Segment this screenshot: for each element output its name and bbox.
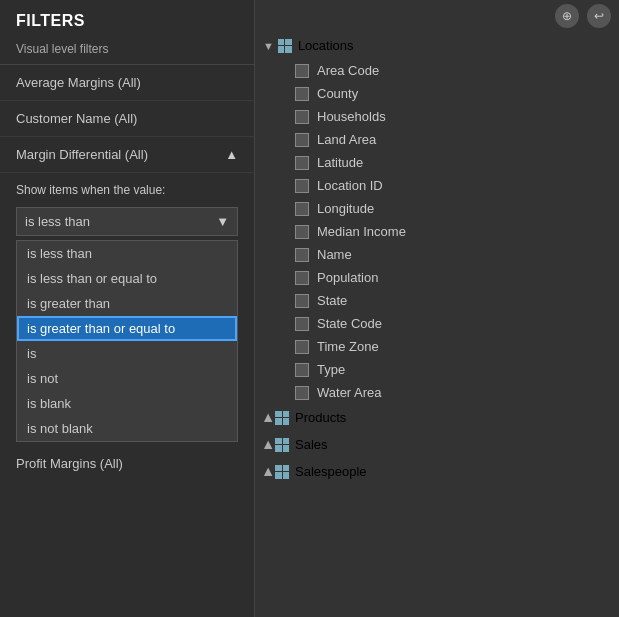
field-checkbox-land-area[interactable] <box>295 133 309 147</box>
field-checkbox-water-area[interactable] <box>295 386 309 400</box>
field-area-code[interactable]: Area Code <box>255 59 619 82</box>
products-label: Products <box>295 410 346 425</box>
field-state-code[interactable]: State Code <box>255 312 619 335</box>
filter-customer-name[interactable]: Customer Name (All) <box>0 101 254 137</box>
field-checkbox-name[interactable] <box>295 248 309 262</box>
condition-dropdown[interactable]: is less than ▼ <box>16 207 238 236</box>
back-icon[interactable]: ↩ <box>587 4 611 28</box>
field-checkbox-type[interactable] <box>295 363 309 377</box>
field-population[interactable]: Population <box>255 266 619 289</box>
products-group-header[interactable]: ▶ Products <box>255 404 619 431</box>
field-water-area[interactable]: Water Area <box>255 381 619 404</box>
field-location-id[interactable]: Location ID <box>255 174 619 197</box>
salespeople-group-header[interactable]: ▶ Salespeople <box>255 458 619 485</box>
option-is-not-blank[interactable]: is not blank <box>17 416 237 441</box>
option-is-greater-than[interactable]: is greater than <box>17 291 237 316</box>
dropdown-options-menu: is less than is less than or equal to is… <box>16 240 238 442</box>
filter-average-margins[interactable]: Average Margins (All) <box>0 65 254 101</box>
field-median-income[interactable]: Median Income <box>255 220 619 243</box>
field-county[interactable]: County <box>255 82 619 105</box>
dropdown-arrow-icon: ▼ <box>216 214 229 229</box>
salespeople-label: Salespeople <box>295 464 367 479</box>
visual-level-label: Visual level filters <box>0 38 254 65</box>
field-latitude[interactable]: Latitude <box>255 151 619 174</box>
sales-label: Sales <box>295 437 328 452</box>
locations-label: Locations <box>298 38 354 53</box>
locations-group-header[interactable]: ▼ Locations <box>255 32 619 59</box>
filters-title: FILTERS <box>0 0 254 38</box>
field-checkbox-longitude[interactable] <box>295 202 309 216</box>
expand-sales-icon: ▶ <box>261 441 274 449</box>
filter-profit-margins[interactable]: Profit Margins (All) <box>0 446 254 481</box>
sales-group-header[interactable]: ▶ Sales <box>255 431 619 458</box>
field-checkbox-median-income[interactable] <box>295 225 309 239</box>
field-checkbox-latitude[interactable] <box>295 156 309 170</box>
salespeople-table-icon <box>275 465 289 479</box>
field-name[interactable]: Name <box>255 243 619 266</box>
option-is-less-than[interactable]: is less than <box>17 241 237 266</box>
products-table-icon <box>275 411 289 425</box>
expand-products-icon: ▶ <box>261 414 274 422</box>
field-list-panel: ⊕ ↩ ▼ Locations Area Code County Househo… <box>255 0 619 617</box>
option-is-less-than-equal[interactable]: is less than or equal to <box>17 266 237 291</box>
field-type[interactable]: Type <box>255 358 619 381</box>
field-time-zone[interactable]: Time Zone <box>255 335 619 358</box>
field-longitude[interactable]: Longitude <box>255 197 619 220</box>
top-nav-icons: ⊕ ↩ <box>255 0 619 32</box>
field-state[interactable]: State <box>255 289 619 312</box>
option-is-greater-than-equal[interactable]: is greater than or equal to <box>17 316 237 341</box>
field-checkbox-state-code[interactable] <box>295 317 309 331</box>
expand-locations-icon: ▼ <box>263 40 274 52</box>
filter-margin-differential[interactable]: Margin Differential (All) ▲ <box>0 137 254 173</box>
chevron-up-icon: ▲ <box>225 147 238 162</box>
filters-panel: FILTERS Visual level filters Average Mar… <box>0 0 255 617</box>
field-checkbox-households[interactable] <box>295 110 309 124</box>
option-is-not[interactable]: is not <box>17 366 237 391</box>
option-is[interactable]: is <box>17 341 237 366</box>
field-households[interactable]: Households <box>255 105 619 128</box>
field-land-area[interactable]: Land Area <box>255 128 619 151</box>
sales-table-icon <box>275 438 289 452</box>
field-checkbox-state[interactable] <box>295 294 309 308</box>
field-checkbox-location-id[interactable] <box>295 179 309 193</box>
field-checkbox-area-code[interactable] <box>295 64 309 78</box>
option-is-blank[interactable]: is blank <box>17 391 237 416</box>
field-checkbox-time-zone[interactable] <box>295 340 309 354</box>
locations-table-icon <box>278 39 292 53</box>
field-checkbox-population[interactable] <box>295 271 309 285</box>
add-icon[interactable]: ⊕ <box>555 4 579 28</box>
show-items-label: Show items when the value: <box>0 173 254 203</box>
field-checkbox-county[interactable] <box>295 87 309 101</box>
expand-salespeople-icon: ▶ <box>261 468 274 476</box>
